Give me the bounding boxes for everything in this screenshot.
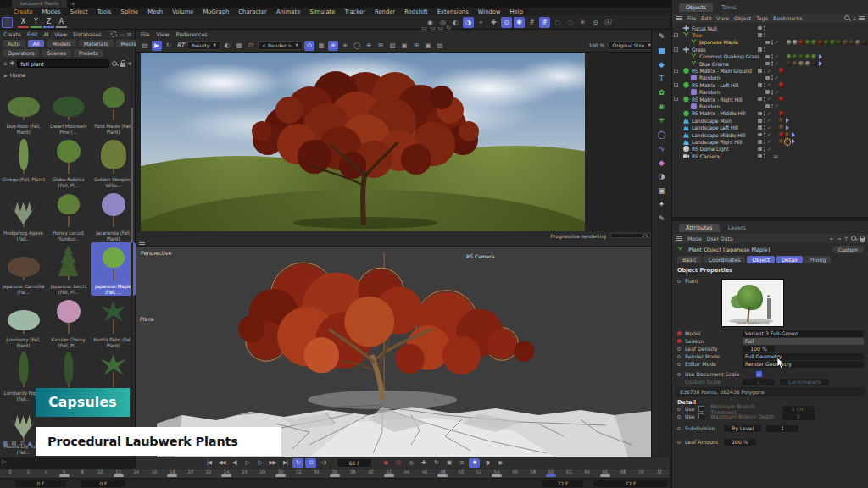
- visibility-dots[interactable]: [764, 140, 765, 145]
- visibility-dots[interactable]: [764, 69, 765, 74]
- transport-button[interactable]: ◑: [481, 458, 492, 468]
- rv-menu-preferences[interactable]: Preferences: [176, 31, 208, 37]
- layer-toggle[interactable]: [758, 147, 762, 152]
- window-icon[interactable]: ▭: [120, 31, 125, 37]
- leaf-amount-field[interactable]: 100 %: [724, 439, 756, 446]
- visibility-dots[interactable]: [771, 54, 773, 59]
- material-tags[interactable]: [787, 40, 867, 45]
- layer-toggle[interactable]: [758, 69, 762, 73]
- render-source-dropdown[interactable]: < Render >▼: [258, 41, 303, 50]
- enabled-check-icon[interactable]: ✓: [767, 81, 774, 88]
- gear-icon[interactable]: [111, 31, 117, 37]
- tag-flag-icon[interactable]: [792, 139, 795, 144]
- timeline-ruler[interactable]: 0 2 4 6 8 10 12 14: [0, 469, 670, 478]
- enabled-check-icon[interactable]: ✓: [775, 103, 782, 109]
- rv-tool-icon[interactable]: ✳: [328, 41, 338, 51]
- camera-target-icon[interactable]: ⊞: [774, 153, 778, 159]
- object-row[interactable]: − Random ✓ ⊞: [672, 89, 868, 96]
- enabled-check-icon[interactable]: ✓: [767, 110, 774, 117]
- rv-tool-icon[interactable]: ⊞: [411, 41, 421, 51]
- layer-toggle[interactable]: [758, 26, 762, 30]
- object-row[interactable]: − Common Quaking Grass ✓ ⊞: [672, 53, 868, 60]
- transport-button[interactable]: ↻: [292, 458, 303, 468]
- create-tool-icon[interactable]: T: [656, 74, 668, 84]
- layer-toggle[interactable]: [758, 47, 762, 52]
- plant-asset[interactable]: Honey Locust 'Sunbur...: [46, 189, 91, 242]
- rv-tool-icon[interactable]: ✳: [340, 41, 350, 51]
- chevron-down-icon[interactable]: ▼: [128, 61, 131, 66]
- layer-toggle[interactable]: [758, 33, 762, 37]
- tag-flag-icon[interactable]: [792, 132, 795, 137]
- ab-footer-icon[interactable]: ≡: [19, 440, 24, 446]
- axis-lock-button[interactable]: A: [56, 17, 67, 28]
- menu-item[interactable]: Animate: [276, 8, 300, 15]
- undo-tool-icon[interactable]: [2, 17, 13, 28]
- transport-button[interactable]: ≡: [456, 458, 467, 468]
- ab-footer-icon[interactable]: ▤: [11, 440, 16, 446]
- object-label[interactable]: Tree: [692, 32, 758, 38]
- expand-toggle[interactable]: −: [674, 47, 678, 52]
- frame-duration-field[interactable]: 60 F: [337, 459, 371, 467]
- object-label[interactable]: Grass: [692, 47, 758, 53]
- toolbar-icon[interactable]: #: [539, 17, 550, 28]
- rv-tool-icon[interactable]: ▤: [140, 41, 150, 51]
- param-dot[interactable]: [677, 441, 681, 444]
- object-label[interactable]: RS Camera: [692, 153, 758, 159]
- menu-item[interactable]: Volume: [172, 8, 193, 15]
- visibility-dots[interactable]: [771, 75, 773, 80]
- object-label[interactable]: Random: [699, 89, 765, 95]
- layer-toggle[interactable]: [765, 90, 770, 94]
- menu-item[interactable]: Help: [510, 8, 524, 15]
- layer-toggle[interactable]: [758, 97, 762, 102]
- rv-tool-icon[interactable]: ▣: [399, 41, 409, 51]
- tag-flag-icon[interactable]: [786, 118, 789, 123]
- menu-item[interactable]: Redshift: [404, 8, 428, 15]
- om-menu-bookmarks[interactable]: Bookmarks: [773, 15, 803, 21]
- visibility-dots[interactable]: [764, 47, 765, 53]
- breadcrumb[interactable]: ▶Home: [0, 69, 135, 80]
- layer-toggle[interactable]: [758, 125, 762, 130]
- object-row[interactable]: − RS Matrix - Right Hill ✓ ⊞: [672, 96, 868, 103]
- create-tool-icon[interactable]: ■: [656, 46, 668, 56]
- create-tool-icon[interactable]: ✦: [656, 199, 668, 209]
- search-icon[interactable]: [844, 15, 850, 21]
- rv-tool-icon[interactable]: ▤: [435, 41, 445, 51]
- create-tool-icon[interactable]: ◯: [656, 130, 668, 140]
- material-tags[interactable]: [779, 68, 784, 73]
- transport-button[interactable]: ◀|: [229, 458, 240, 468]
- object-label[interactable]: Common Quaking Grass: [699, 53, 765, 59]
- object-label[interactable]: Random: [699, 103, 765, 109]
- attr-menu-icon[interactable]: [676, 236, 682, 241]
- create-tool-icon[interactable]: ◆: [656, 59, 668, 69]
- axis-lock-button[interactable]: Z: [43, 17, 54, 28]
- visibility-dots[interactable]: [764, 153, 765, 158]
- create-tool-icon[interactable]: ◆: [656, 158, 668, 168]
- menu-item[interactable]: Character: [238, 8, 267, 15]
- object-row[interactable]: − RS Camera ✓ ⊞: [672, 152, 868, 159]
- param-dot[interactable]: [677, 363, 681, 366]
- param-dot[interactable]: [677, 408, 681, 411]
- create-tool-icon[interactable]: ∿: [656, 143, 668, 153]
- subdivision-field[interactable]: 1: [766, 425, 798, 432]
- ab-scrollbar[interactable]: [131, 82, 133, 455]
- rv-tool-icon[interactable]: ⊞: [376, 41, 386, 51]
- visibility-dots[interactable]: [764, 97, 765, 102]
- ab-filter-tab[interactable]: Models: [47, 40, 75, 47]
- layer-toggle[interactable]: [758, 133, 762, 137]
- enabled-check-icon[interactable]: ✓: [767, 125, 774, 131]
- rv-tool-icon[interactable]: ⊙: [304, 41, 314, 51]
- visibility-dots[interactable]: [764, 83, 765, 88]
- plant-asset[interactable]: Kanzan Cherry (Fall, Pl...: [46, 296, 91, 349]
- search-input[interactable]: [17, 59, 109, 68]
- object-row[interactable]: − Landscape Right Hill ✓ ⊞: [672, 138, 868, 145]
- keyed-param-dot[interactable]: [677, 331, 682, 336]
- material-tags[interactable]: [787, 61, 817, 66]
- viewport-view-label[interactable]: Perspective: [141, 250, 171, 256]
- om-menu-tags[interactable]: Tags: [756, 15, 768, 21]
- object-row[interactable]: − RS Matrix - Main Ground ✓ ⊞: [672, 67, 868, 74]
- layer-toggle[interactable]: [765, 62, 770, 66]
- plant-asset[interactable]: Juneberry (Fall, Plant): [1, 296, 46, 349]
- transport-button[interactable]: |▷: [254, 458, 265, 468]
- layer-toggle[interactable]: [765, 55, 770, 59]
- enabled-check-icon[interactable]: ✓: [775, 89, 782, 96]
